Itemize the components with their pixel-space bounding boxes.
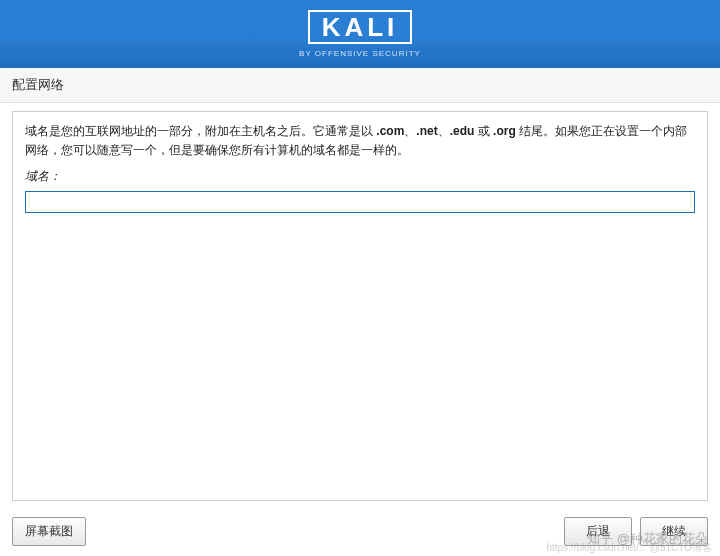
kali-logo-box: KALI bbox=[308, 10, 413, 44]
domain-field-label: 域名： bbox=[25, 168, 695, 185]
main-config-panel: 域名是您的互联网地址的一部分，附加在主机名之后。它通常是以 .com、.net、… bbox=[12, 111, 708, 501]
continue-button[interactable]: 继续 bbox=[640, 517, 708, 546]
domain-description: 域名是您的互联网地址的一部分，附加在主机名之后。它通常是以 .com、.net、… bbox=[25, 122, 695, 160]
nav-button-group: 后退 继续 bbox=[564, 517, 708, 546]
kali-logo-subtitle: BY OFFENSIVE SECURITY bbox=[299, 49, 421, 58]
kali-logo-text: KALI bbox=[322, 14, 399, 40]
back-button[interactable]: 后退 bbox=[564, 517, 632, 546]
installer-banner: KALI BY OFFENSIVE SECURITY bbox=[0, 0, 720, 68]
domain-input[interactable] bbox=[25, 191, 695, 213]
screenshot-button[interactable]: 屏幕截图 bbox=[12, 517, 86, 546]
page-title: 配置网络 bbox=[0, 68, 720, 103]
footer-bar: 屏幕截图 后退 继续 bbox=[0, 517, 720, 546]
